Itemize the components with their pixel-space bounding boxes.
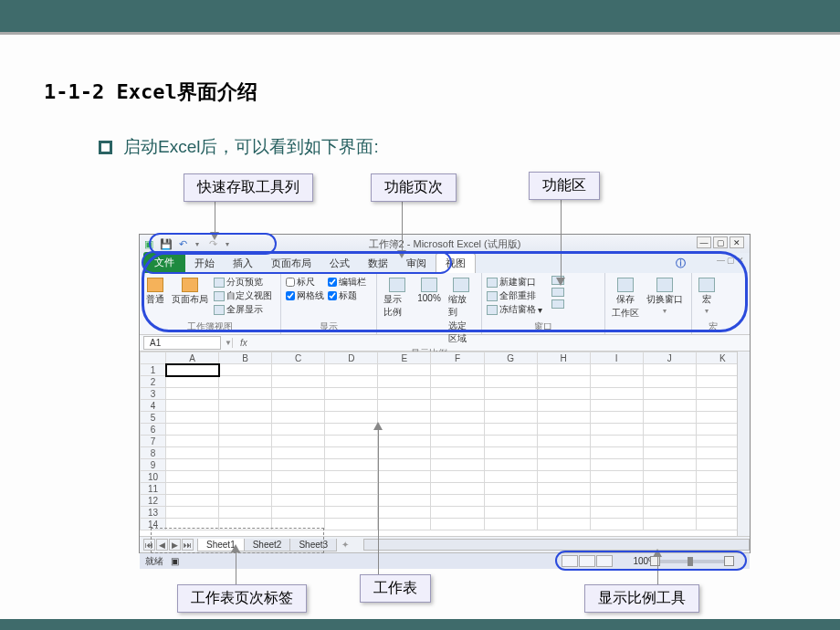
cell[interactable] [484, 483, 537, 495]
cell[interactable] [272, 376, 325, 388]
cell[interactable] [643, 519, 696, 530]
cell[interactable] [431, 519, 484, 530]
cell[interactable] [272, 447, 325, 459]
cell[interactable] [166, 519, 219, 530]
cell[interactable] [590, 412, 643, 424]
cell[interactable] [272, 471, 325, 483]
view-pagelayout-icon[interactable] [579, 555, 595, 567]
cell[interactable] [431, 364, 484, 376]
undo-icon[interactable]: ↶ [176, 237, 190, 251]
help-icon[interactable]: ⓘ [676, 257, 686, 270]
cell[interactable] [272, 507, 325, 519]
cell[interactable] [643, 364, 696, 376]
view-pagebreak-icon[interactable] [596, 555, 613, 567]
row-header-1[interactable]: 1 [141, 364, 166, 376]
cell[interactable] [590, 471, 643, 483]
cell[interactable] [537, 376, 590, 388]
row-header-7[interactable]: 7 [141, 436, 166, 447]
cell[interactable] [378, 412, 431, 424]
wb-restore-icon[interactable]: ▢ [727, 256, 735, 265]
cell[interactable] [431, 459, 484, 471]
sheet-tab-3[interactable]: Sheet3 [289, 539, 337, 551]
cell[interactable] [272, 436, 325, 447]
row-header-12[interactable]: 12 [141, 495, 166, 507]
cell[interactable] [378, 376, 431, 388]
cell[interactable] [378, 471, 431, 483]
cell[interactable] [166, 364, 219, 376]
row-header-6[interactable]: 6 [141, 424, 166, 436]
cell[interactable] [537, 495, 590, 507]
cell[interactable] [378, 364, 431, 376]
row-header-11[interactable]: 11 [141, 483, 166, 495]
cell[interactable] [431, 388, 484, 400]
cell[interactable] [537, 507, 590, 519]
cell[interactable] [325, 436, 378, 447]
cell[interactable] [537, 436, 590, 447]
cell[interactable] [219, 376, 272, 388]
cell[interactable] [325, 459, 378, 471]
cell[interactable] [378, 436, 431, 447]
cell[interactable] [166, 424, 219, 436]
cell[interactable] [166, 483, 219, 495]
cell[interactable] [643, 483, 696, 495]
row-header-3[interactable]: 3 [141, 388, 166, 400]
btn-page-layout-view[interactable]: 页面布局 [170, 276, 210, 316]
cell[interactable] [166, 376, 219, 388]
gridlines-checkbox[interactable] [286, 291, 295, 300]
cell[interactable] [166, 495, 219, 507]
cell[interactable] [325, 507, 378, 519]
cell[interactable] [643, 376, 696, 388]
cell[interactable] [219, 424, 272, 436]
cell[interactable] [643, 412, 696, 424]
cell[interactable] [484, 519, 537, 530]
cell[interactable] [378, 400, 431, 412]
cell[interactable] [166, 459, 219, 471]
new-sheet-icon[interactable]: ✦ [336, 540, 354, 550]
sheet-tab-2[interactable]: Sheet2 [244, 539, 291, 551]
cell[interactable] [484, 471, 537, 483]
nav-prev-icon[interactable]: ◀ [156, 539, 168, 551]
cell[interactable] [643, 400, 696, 412]
ruler-checkbox[interactable] [286, 278, 295, 287]
save-icon[interactable]: 💾 [159, 237, 173, 251]
cell[interactable] [219, 447, 272, 459]
cell[interactable] [590, 436, 643, 447]
cell[interactable] [325, 471, 378, 483]
zoom-slider[interactable] [660, 560, 724, 563]
wb-close-icon[interactable]: ✕ [737, 256, 744, 265]
cell[interactable] [325, 400, 378, 412]
cell[interactable] [431, 424, 484, 436]
cell[interactable] [484, 400, 537, 412]
cell[interactable] [325, 447, 378, 459]
tab-view[interactable]: 视图 [436, 253, 476, 273]
cell[interactable] [219, 436, 272, 447]
cell[interactable] [378, 483, 431, 495]
minimize-button[interactable]: — [697, 236, 711, 248]
cell[interactable] [166, 471, 219, 483]
tab-data[interactable]: 数据 [359, 254, 397, 273]
cell[interactable] [378, 519, 431, 530]
name-box[interactable]: A1 [143, 336, 221, 350]
cell[interactable] [537, 412, 590, 424]
cell[interactable] [431, 447, 484, 459]
tab-formulas[interactable]: 公式 [320, 254, 359, 273]
cell[interactable] [325, 519, 378, 530]
cell[interactable] [643, 459, 696, 471]
cell[interactable] [590, 376, 643, 388]
cell[interactable] [484, 495, 537, 507]
cell[interactable] [272, 424, 325, 436]
cell[interactable] [537, 364, 590, 376]
unhide-icon[interactable] [551, 299, 564, 309]
chk-gridlines[interactable]: 网格线 [286, 289, 324, 302]
nav-last-icon[interactable]: ⏭ [182, 539, 194, 551]
cell[interactable] [590, 388, 643, 400]
row-header-13[interactable]: 13 [141, 507, 166, 519]
row-header-14[interactable]: 14 [141, 519, 166, 530]
cell[interactable] [590, 447, 643, 459]
qat-customize-icon[interactable]: ▾ [226, 240, 229, 248]
cell[interactable] [166, 507, 219, 519]
col-header-B[interactable]: B [219, 352, 272, 364]
cell[interactable] [643, 436, 696, 447]
cell[interactable] [166, 388, 219, 400]
nav-first-icon[interactable]: ⏮ [143, 539, 155, 551]
